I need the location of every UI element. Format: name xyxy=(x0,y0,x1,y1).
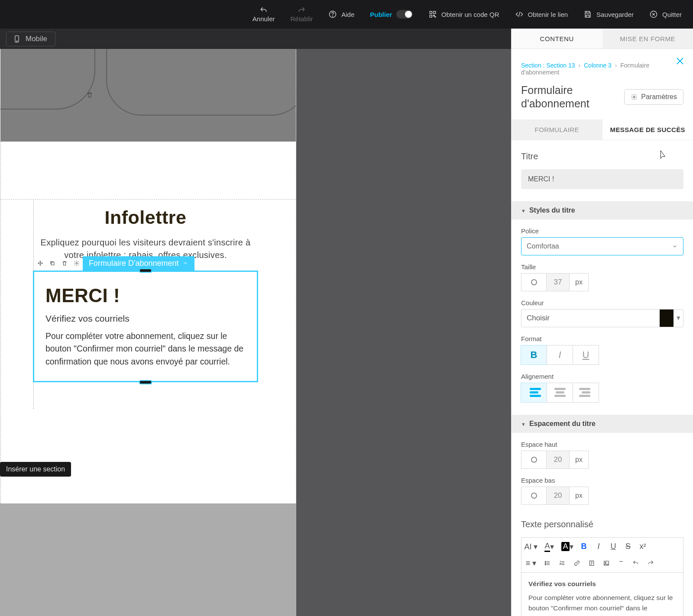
rte-italic-button[interactable]: I xyxy=(592,539,606,554)
mobile-view-button[interactable]: Mobile xyxy=(6,32,55,46)
color-chooser[interactable]: Choisir ▾ xyxy=(521,309,683,327)
rte-underline-button[interactable]: U xyxy=(606,539,620,554)
rte-clear-format-button[interactable] xyxy=(614,556,628,571)
title-input[interactable] xyxy=(521,169,683,189)
rte-align-button[interactable]: ≡ ▾ xyxy=(522,556,540,571)
quit-button[interactable]: Quitter xyxy=(647,8,684,20)
crumb-section[interactable]: Section : Section 13 xyxy=(521,62,575,69)
rte-text-color-button[interactable]: A ▾ xyxy=(541,539,558,554)
decorative-logo xyxy=(0,533,66,616)
dim-overlay xyxy=(0,49,296,142)
undo-button[interactable]: Annuler xyxy=(250,4,278,25)
trash-icon[interactable] xyxy=(58,257,71,269)
svg-point-11 xyxy=(545,561,546,562)
save-button[interactable]: Sauvegarder xyxy=(581,8,636,20)
font-label: Police xyxy=(521,227,683,235)
underline-button[interactable]: U xyxy=(573,345,599,365)
selection-toolbar: Formulaire D'abonnement xyxy=(34,256,194,270)
align-label: Alignement xyxy=(521,373,599,380)
custom-text-label: Texte personnalisé xyxy=(521,519,683,529)
mobile-icon xyxy=(13,35,21,43)
rte-superscript-button[interactable]: x² xyxy=(636,539,650,554)
success-body: Pour compléter votre abonnement, cliquez… xyxy=(45,330,246,368)
size-input[interactable]: 37 px xyxy=(521,273,590,291)
align-center-button[interactable] xyxy=(547,383,573,403)
help-icon xyxy=(328,10,337,19)
panel-title: Formulaire d'abonnement xyxy=(521,84,619,111)
success-title: MERCI ! xyxy=(45,285,248,306)
widget-subtabs: FORMULAIRE MESSAGE DE SUCCÈS xyxy=(512,119,693,140)
qr-button[interactable]: Obtenir un code QR xyxy=(426,8,502,20)
gear-icon[interactable] xyxy=(71,257,83,269)
link-button[interactable]: Obtenir le lien xyxy=(512,8,571,20)
rte-redo-button[interactable] xyxy=(644,556,657,571)
guide-line xyxy=(0,142,1,503)
align-right-button[interactable] xyxy=(573,383,599,403)
guide-line xyxy=(0,199,296,200)
rte-heading-text: Vérifiez vos courriels xyxy=(528,579,676,589)
color-label: Couleur xyxy=(521,299,683,306)
accordion-title-styles[interactable]: Styles du titre xyxy=(512,201,693,219)
rte-body-text: Pour compléter votre abonnement, cliquez… xyxy=(528,593,676,616)
page-preview[interactable]: Infolettre Expliquez pourquoi les visite… xyxy=(0,49,296,503)
newsletter-heading: Infolettre xyxy=(33,207,258,228)
field-title-label: Titre xyxy=(521,152,683,161)
rte-image-button[interactable] xyxy=(599,556,613,571)
space-top-input[interactable]: 20 px xyxy=(521,451,590,469)
selected-widget[interactable]: Formulaire D'abonnement MERCI ! Vérifiez… xyxy=(33,271,258,382)
redo-button[interactable]: Rétablir xyxy=(288,4,316,25)
tab-form[interactable]: FORMULAIRE xyxy=(512,119,602,140)
bold-button[interactable]: B xyxy=(521,345,547,365)
rte-editor[interactable]: Vérifiez vos courriels Pour compléter vo… xyxy=(521,572,683,616)
help-button[interactable]: Aide xyxy=(326,8,357,20)
move-icon[interactable] xyxy=(34,257,46,269)
publish-switch[interactable] xyxy=(396,10,413,19)
publish-toggle[interactable]: Publier xyxy=(367,8,415,20)
align-left-button[interactable] xyxy=(521,383,547,403)
rte-strike-button[interactable]: S xyxy=(621,539,635,554)
svg-point-10 xyxy=(633,96,635,98)
rte-bullet-list-button[interactable] xyxy=(541,556,554,571)
content-column[interactable]: Infolettre Expliquez pourquoi les visite… xyxy=(33,207,258,382)
panel-tabs: CONTENU MISE EN FORME xyxy=(512,29,693,49)
size-label: Taille xyxy=(521,263,599,271)
gear-icon xyxy=(631,94,638,100)
settings-button[interactable]: Paramètres xyxy=(624,89,683,105)
breadcrumb: Section : Section 13 › Colonne 3 › Formu… xyxy=(521,62,683,76)
resize-handle-top[interactable] xyxy=(139,268,152,273)
undo-icon xyxy=(259,6,268,15)
save-icon xyxy=(583,10,592,19)
insert-section-button[interactable]: Insérer une section xyxy=(0,462,71,477)
align-buttons xyxy=(521,383,599,403)
rte-highlight-button[interactable]: A ▾ xyxy=(559,539,576,554)
top-toolbar: Annuler Rétablir Aide Publier Obtenir un… xyxy=(0,0,693,29)
accordion-title-spacing[interactable]: Espacement du titre xyxy=(512,415,693,433)
rte-font-size-button[interactable]: AI ▾ xyxy=(522,539,540,554)
font-select[interactable]: Comfortaa xyxy=(521,237,683,255)
svg-point-1 xyxy=(333,16,333,16)
success-subtitle: Vérifiez vos courriels xyxy=(45,313,248,324)
rte-file-button[interactable] xyxy=(585,556,599,571)
properties-panel: CONTENU MISE EN FORME Section : Section … xyxy=(511,29,693,616)
newsletter-explain-1: Expliquez pourquoi les visiteurs devraie… xyxy=(33,238,258,248)
tab-success[interactable]: MESSAGE DE SUCCÈS xyxy=(602,119,693,140)
svg-point-9 xyxy=(76,262,78,264)
space-bot-label: Espace bas xyxy=(521,477,599,484)
crumb-column[interactable]: Colonne 3 xyxy=(584,62,612,69)
rte-link-button[interactable] xyxy=(570,556,584,571)
rte-undo-button[interactable] xyxy=(629,556,643,571)
close-icon[interactable] xyxy=(675,56,685,66)
rte-bold-button[interactable]: B xyxy=(577,539,591,554)
svg-rect-8 xyxy=(52,262,54,265)
selection-label[interactable]: Formulaire D'abonnement xyxy=(83,256,194,271)
space-top-label: Espace haut xyxy=(521,441,599,448)
rte-number-list-button[interactable] xyxy=(555,556,569,571)
duplicate-icon[interactable] xyxy=(46,257,58,269)
space-bot-input[interactable]: 20 px xyxy=(521,487,590,505)
tab-content[interactable]: CONTENU xyxy=(512,29,602,49)
tab-layout[interactable]: MISE EN FORME xyxy=(602,29,693,49)
svg-point-13 xyxy=(545,564,546,565)
format-label: Format xyxy=(521,335,599,342)
italic-button[interactable]: I xyxy=(547,345,573,365)
resize-handle-bottom[interactable] xyxy=(139,380,152,384)
